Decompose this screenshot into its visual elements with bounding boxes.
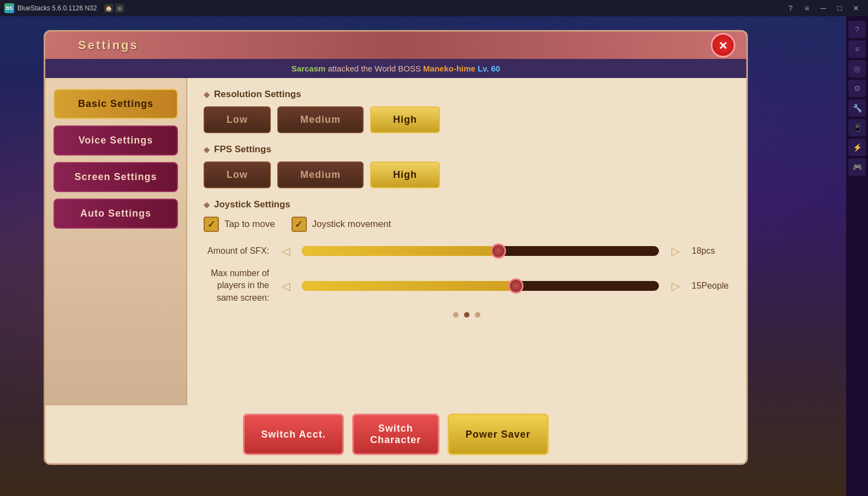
app-title: BlueStacks 5.6.0.1126 N32	[17, 4, 97, 12]
settings-nav: Basic Settings Voice Settings Screen Set…	[45, 78, 187, 405]
titlebar-icons: 🏠 ⊞	[104, 4, 124, 13]
nav-auto-settings[interactable]: Auto Settings	[53, 199, 178, 229]
joystick-movement-label: Joystick movement	[312, 219, 391, 230]
resolution-section: ◆ Resolution Settings Low Medium High	[204, 89, 730, 133]
sidebar-settings-btn[interactable]: ⚙	[848, 80, 866, 97]
settings-close-button[interactable]: ✕	[711, 33, 735, 58]
notification-boss: Maneko-hime	[423, 64, 475, 73]
settings-content: ◆ Resolution Settings Low Medium High ◆ …	[187, 78, 746, 405]
players-slider-row: Max number of players in the same screen…	[204, 267, 730, 304]
page-dots	[204, 312, 730, 318]
players-slider-thumb[interactable]	[508, 278, 524, 294]
resolution-diamond: ◆	[204, 90, 210, 99]
tap-to-move-option[interactable]: ✓ Tap to move	[204, 217, 275, 232]
bluestacks-logo: BS	[4, 3, 14, 13]
sfx-slider-track[interactable]	[302, 246, 659, 256]
settings-title: Settings	[78, 38, 139, 52]
dot-1[interactable]	[453, 312, 459, 318]
joystick-movement-option[interactable]: ✓ Joystick movement	[292, 217, 391, 232]
multiinstance-icon[interactable]: ⊞	[115, 4, 124, 13]
notification-bar: Sarcasm attacked the World BOSS Maneko-h…	[45, 59, 746, 78]
players-slider-fill	[302, 281, 516, 291]
joystick-movement-checkbox[interactable]: ✓	[292, 217, 307, 232]
fps-title-text: FPS Settings	[214, 144, 271, 155]
notification-level-label: Lv.	[478, 64, 489, 73]
sidebar-tool-btn[interactable]: 🔧	[848, 99, 866, 117]
players-decrease-btn[interactable]: ◁	[277, 278, 294, 294]
joystick-title: ◆ Joystick Settings	[204, 199, 730, 210]
bottom-action-buttons: Switch Acct. Switch Character Power Save…	[45, 405, 746, 463]
maximize-button[interactable]: □	[832, 3, 847, 14]
minimize-button[interactable]: ─	[816, 3, 831, 14]
help-button[interactable]: ?	[783, 3, 798, 14]
settings-body: Basic Settings Voice Settings Screen Set…	[45, 78, 746, 405]
fps-medium-btn[interactable]: Medium	[277, 162, 364, 188]
dot-2[interactable]	[464, 312, 469, 318]
close-button[interactable]: ✕	[848, 3, 864, 14]
fps-diamond: ◆	[204, 145, 210, 154]
notification-level: 60	[491, 64, 500, 73]
menu-button[interactable]: ≡	[799, 3, 815, 14]
joystick-diamond: ◆	[204, 200, 210, 209]
power-saver-button[interactable]: Power Saver	[448, 414, 549, 455]
nav-voice-settings[interactable]: Voice Settings	[53, 126, 178, 156]
window-controls: ? ≡ ─ □ ✕	[783, 3, 864, 14]
resolution-btn-group: Low Medium High	[204, 106, 730, 133]
sfx-decrease-btn[interactable]: ◁	[277, 243, 294, 259]
sidebar-gamepad-btn[interactable]: 🎮	[848, 158, 866, 176]
right-sidebar: ? ≡ ◎ ⚙ 🔧 📱 ⚡ 🎮	[846, 16, 868, 496]
players-value: 15People	[692, 281, 730, 291]
dot-3[interactable]	[475, 312, 480, 318]
sfx-slider-fill	[302, 246, 498, 256]
notification-action: attacked the World BOSS	[328, 64, 421, 73]
resolution-low-btn[interactable]: Low	[204, 106, 271, 133]
sidebar-help-btn[interactable]: ?	[848, 21, 866, 38]
fps-high-btn[interactable]: High	[370, 162, 440, 188]
players-slider-track[interactable]	[302, 281, 659, 291]
fps-low-btn[interactable]: Low	[204, 162, 271, 188]
notification-player: Sarcasm	[292, 64, 326, 73]
fps-btn-group: Low Medium High	[204, 162, 730, 188]
settings-dialog: Settings ✕ Sarcasm attacked the World BO…	[44, 30, 748, 465]
resolution-title: ◆ Resolution Settings	[204, 89, 730, 100]
sfx-slider-row: Amount of SFX: ◁ ▷ 18pcs	[204, 243, 730, 259]
settings-titlebar: Settings ✕	[45, 32, 746, 59]
sfx-slider-thumb[interactable]	[491, 243, 506, 259]
joystick-section: ◆ Joystick Settings ✓ Tap to move ✓ Joys…	[204, 199, 730, 232]
tap-to-move-checkbox[interactable]: ✓	[204, 217, 219, 232]
sfx-label: Amount of SFX:	[204, 245, 269, 257]
joystick-options-row: ✓ Tap to move ✓ Joystick movement	[204, 217, 730, 232]
home-icon[interactable]: 🏠	[104, 4, 113, 13]
resolution-medium-btn[interactable]: Medium	[277, 106, 364, 133]
sfx-increase-btn[interactable]: ▷	[667, 243, 683, 259]
nav-basic-settings[interactable]: Basic Settings	[53, 89, 178, 119]
resolution-high-btn[interactable]: High	[370, 106, 440, 133]
fps-section: ◆ FPS Settings Low Medium High	[204, 144, 730, 188]
nav-screen-settings[interactable]: Screen Settings	[53, 162, 178, 192]
switch-acct-button[interactable]: Switch Acct.	[243, 414, 343, 455]
sfx-value: 18pcs	[692, 246, 730, 256]
resolution-title-text: Resolution Settings	[214, 89, 301, 100]
sidebar-power-btn[interactable]: ⚡	[848, 139, 866, 156]
switch-character-button[interactable]: Switch Character	[352, 414, 439, 455]
players-label: Max number of players in the same screen…	[204, 267, 269, 304]
tap-to-move-label: Tap to move	[224, 219, 275, 230]
fps-title: ◆ FPS Settings	[204, 144, 730, 155]
titlebar: BS BlueStacks 5.6.0.1126 N32 🏠 ⊞ ? ≡ ─ □…	[0, 0, 868, 16]
sidebar-phone-btn[interactable]: 📱	[848, 119, 866, 136]
players-increase-btn[interactable]: ▷	[667, 278, 683, 294]
sidebar-menu-btn[interactable]: ≡	[848, 40, 866, 58]
sidebar-target-btn[interactable]: ◎	[848, 60, 866, 77]
joystick-title-text: Joystick Settings	[214, 199, 290, 210]
